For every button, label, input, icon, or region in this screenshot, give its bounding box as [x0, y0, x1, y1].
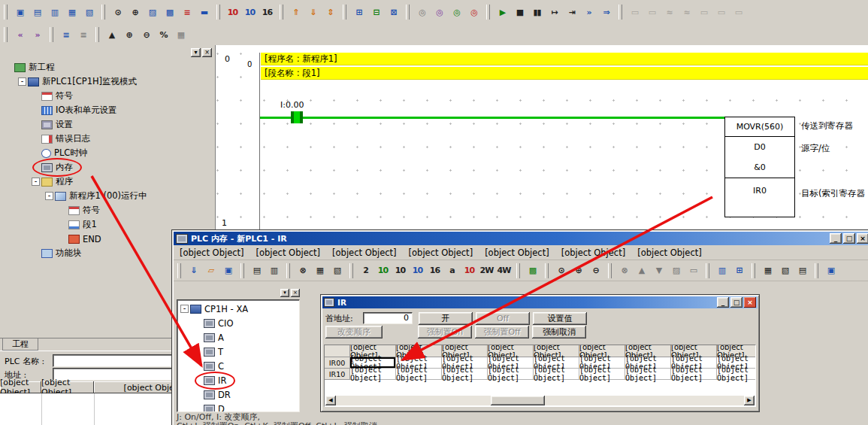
continuous-step-icon[interactable]: » — [580, 4, 597, 20]
print-preview-icon[interactable]: ▥ — [265, 263, 283, 279]
trace-settings-icon[interactable]: ▭ — [730, 4, 747, 20]
close-pane-icon[interactable]: × — [291, 289, 300, 297]
menu-item[interactable]: [object Object] — [479, 247, 555, 258]
menu-item[interactable]: [object Object] — [250, 247, 327, 258]
menu-item[interactable]: [object Object] — [631, 247, 708, 258]
ir-window-titlebar[interactable]: IR _□× — [322, 296, 758, 308]
settings-icon[interactable]: ▣ — [822, 263, 839, 279]
minimize-icon[interactable]: _ — [717, 297, 729, 308]
address-jump-icon[interactable]: ⊙ — [552, 263, 570, 279]
find-icon[interactable]: ⊙ — [109, 4, 126, 20]
memory-tree-item[interactable]: IR — [177, 373, 299, 387]
view-properties-icon[interactable]: ▧ — [80, 4, 98, 20]
zoom-out-icon[interactable]: ⊖ — [587, 263, 604, 279]
run-icon[interactable]: ▶ — [494, 4, 511, 20]
tree-expander-icon[interactable]: - — [45, 192, 53, 200]
address-table-header[interactable]: [object Object] — [41, 381, 94, 393]
memory-tree-item[interactable]: CIO — [177, 316, 299, 330]
pause-monitor-icon[interactable]: ▭ — [626, 4, 643, 20]
cross-reference-icon[interactable]: ≡ — [178, 4, 195, 20]
memory-tree-item[interactable]: A — [177, 330, 299, 345]
monitor-icon[interactable]: ▩ — [524, 263, 541, 279]
minimize-icon[interactable]: _ — [830, 233, 842, 244]
project-tree-item[interactable]: - 新PLC1[CP1H]监视模式 — [0, 74, 215, 89]
find-replace-icon[interactable]: ⊕ — [126, 4, 144, 20]
format-signed-icon[interactable]: 10 — [409, 263, 426, 279]
format-signed-decimal-icon[interactable]: 10 — [241, 4, 259, 20]
format-hex-icon[interactable]: 16 — [426, 263, 443, 279]
indent-decrease-icon[interactable]: « — [11, 26, 29, 43]
tree-expander-icon[interactable]: - — [180, 305, 189, 313]
zoom-in-icon[interactable]: ⊕ — [120, 26, 138, 43]
pause-icon[interactable]: ▮▮ — [528, 4, 546, 20]
horizontal-scrollbar[interactable]: ◀ ▶ — [325, 396, 755, 405]
zoom-fit-icon[interactable]: % — [155, 26, 172, 43]
memory-cell[interactable]: [object Object] — [717, 369, 756, 380]
monitor-mode-icon[interactable]: ◎ — [448, 4, 465, 20]
scroll-right-button[interactable]: ▶ — [744, 396, 755, 405]
print-data-icon[interactable]: ▤ — [794, 263, 811, 279]
view-io-table-icon[interactable]: ▦ — [63, 4, 80, 20]
memory-tree-item[interactable]: T — [177, 345, 299, 359]
force-reset-icon[interactable]: ▼ — [650, 263, 667, 279]
format-ascii-icon[interactable]: a — [443, 263, 461, 279]
tree-expander-icon[interactable]: - — [18, 77, 26, 86]
transfer-monitor-icon[interactable]: ⇓ — [185, 263, 202, 279]
address-reference-icon[interactable]: ▬ — [195, 4, 213, 20]
ir-force-button[interactable]: 强制取消 — [532, 326, 586, 338]
maximize-icon[interactable]: □ — [843, 233, 855, 244]
output-window-icon[interactable]: ▩ — [161, 4, 178, 20]
memory-cell[interactable]: [object Object] — [350, 369, 396, 380]
grid-row-label[interactable]: IR10 — [325, 369, 350, 380]
address-table-header[interactable]: [object Object] — [0, 381, 41, 393]
cut-icon[interactable]: ⊗ — [294, 263, 311, 279]
project-tree-item[interactable]: 新工程 — [0, 60, 215, 74]
memory-tree-item[interactable]: DR — [177, 387, 299, 402]
project-tree-item[interactable]: 符号 — [0, 89, 215, 103]
ir-force-button[interactable]: 强制置Off — [475, 326, 529, 338]
ir-force-button[interactable]: 改变顺序 — [325, 326, 383, 338]
dock-pin-icon[interactable]: ▾ — [191, 48, 201, 57]
debug-mode-icon[interactable]: ◎ — [431, 4, 448, 20]
memory-cell[interactable]: [object Object] — [671, 369, 717, 380]
print-icon[interactable]: ▤ — [248, 263, 265, 279]
select-mode-icon[interactable]: ▲ — [103, 26, 120, 43]
scrollbar-thumb[interactable] — [491, 396, 545, 405]
memory-tree-item[interactable]: - CP1H - XA — [177, 302, 299, 316]
force-cancel-icon[interactable]: ⊗ — [615, 263, 633, 279]
maximize-icon[interactable]: □ — [730, 297, 742, 308]
data-trace-icon[interactable]: ≈ — [661, 4, 678, 20]
io-refresh-icon[interactable]: ⊞ — [730, 263, 748, 279]
view-mnemonic-icon[interactable]: ▤ — [29, 4, 46, 20]
project-tree-item[interactable]: PLC时钟 — [0, 146, 215, 160]
tab-project[interactable]: 工程 — [2, 338, 38, 351]
close-icon[interactable]: × — [857, 233, 868, 244]
format-double-word-icon[interactable]: 2W — [478, 263, 495, 279]
save-icon[interactable]: ▣ — [219, 263, 237, 279]
format-quad-word-icon[interactable]: 4W — [495, 263, 513, 279]
differential-monitor-icon[interactable]: ▭ — [643, 4, 661, 20]
scroll-left-button[interactable]: ◀ — [325, 396, 336, 405]
watch-icon[interactable]: ▥ — [713, 263, 730, 279]
rung-comment-list-icon[interactable]: ≡ — [57, 26, 74, 43]
stop-icon[interactable]: ■ — [511, 4, 528, 20]
dock-pin-icon[interactable]: ▾ — [280, 289, 289, 297]
run-mode-icon[interactable]: ◎ — [465, 4, 482, 20]
memory-window-titlebar[interactable]: PLC 内存 - 新PLC1 - IR _□× — [174, 232, 868, 245]
format-float-icon[interactable]: 10 — [461, 263, 478, 279]
format-bcd-icon[interactable]: 10 — [374, 263, 392, 279]
compare-with-plc-icon[interactable]: ⇕ — [322, 4, 339, 20]
transfer-from-plc-icon[interactable]: ⇓ — [304, 4, 322, 20]
format-hex-icon[interactable]: 16 — [259, 4, 276, 20]
scrollbar-track[interactable] — [336, 396, 744, 405]
paste-icon[interactable]: ▧ — [328, 263, 346, 279]
start-address-input[interactable]: 0 — [363, 312, 413, 324]
paste-data-icon[interactable]: ▧ — [776, 263, 794, 279]
force-set-icon[interactable]: ▲ — [633, 263, 650, 279]
memory-cell[interactable]: [object Object] — [396, 369, 442, 380]
menu-item[interactable]: [object Object] — [555, 247, 632, 258]
plc-name-field[interactable] — [53, 354, 174, 367]
cycle-time-icon[interactable]: ▭ — [695, 4, 712, 20]
copy-data-icon[interactable]: ▦ — [759, 263, 776, 279]
monitor-toggle-icon[interactable]: ⊠ — [385, 4, 402, 20]
